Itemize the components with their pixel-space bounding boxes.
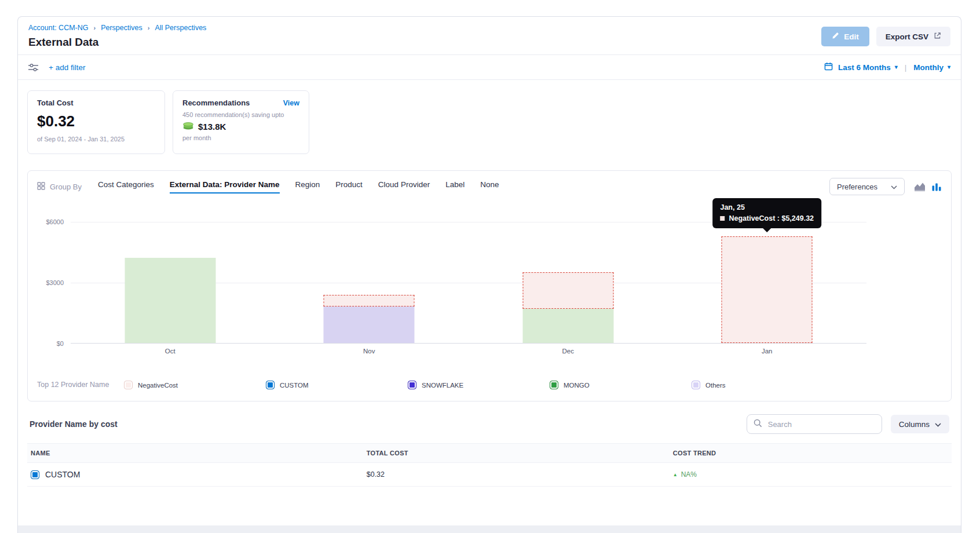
group-by-tab[interactable]: External Data: Provider Name	[170, 180, 280, 194]
bar-segment-mongo[interactable]	[125, 258, 215, 343]
row-name: CUSTOM	[45, 470, 80, 479]
group-by-tab[interactable]: Cloud Provider	[378, 180, 430, 194]
col-header-name: NAME	[31, 450, 367, 457]
legend-item-custom[interactable]: CUSTOM	[266, 381, 408, 389]
legend-item-snowflake[interactable]: SNOWFLAKE	[408, 381, 550, 389]
columns-dropdown-button[interactable]: Columns	[891, 415, 949, 433]
legend-label: Others	[705, 382, 726, 389]
y-axis-tick: $6000	[46, 218, 64, 225]
group-by-row: Group By Cost CategoriesExternal Data: P…	[37, 178, 942, 195]
group-by-tab[interactable]: None	[480, 180, 499, 194]
legend-swatch-icon	[550, 381, 558, 389]
chart-column-jan: JanJan, 25NegativeCost : $5,249.32	[668, 222, 867, 343]
bar-segment-mongo[interactable]	[522, 309, 613, 344]
table-row[interactable]: CUSTOM$0.32▲NA%	[27, 463, 952, 487]
tooltip-text: NegativeCost : $5,249.32	[729, 214, 814, 222]
breadcrumb-separator: ›	[94, 24, 96, 31]
breadcrumb-link[interactable]: Account: CCM-NG	[28, 24, 89, 32]
granularity-label: Monthly	[913, 63, 944, 72]
tooltip-series-swatch	[720, 216, 725, 221]
legend-label: SNOWFLAKE	[422, 382, 463, 389]
y-axis-tick: $3000	[46, 279, 64, 286]
money-stack-icon	[182, 121, 194, 132]
columns-label: Columns	[899, 420, 930, 429]
granularity-dropdown[interactable]: Monthly ▾	[913, 63, 950, 72]
filter-sliders-icon[interactable]	[28, 63, 38, 72]
bar-stack	[722, 236, 813, 343]
legend-item-mongo[interactable]: MONGO	[550, 381, 692, 389]
bar-segment-negativecost[interactable]	[722, 236, 813, 343]
header-actions: Edit Export CSV	[821, 27, 950, 46]
content-area: Total Cost $0.32 of Sep 01, 2024 - Jan 3…	[18, 80, 961, 487]
cost-table-section: Provider Name by cost Columns NAME	[27, 414, 952, 487]
legend-item-negativecost[interactable]: NegativeCost	[124, 381, 266, 389]
breadcrumb-link[interactable]: Perspectives	[101, 24, 142, 32]
add-filter-button[interactable]: + add filter	[49, 63, 85, 72]
preferences-label: Preferences	[837, 182, 877, 191]
chevron-down-icon	[935, 420, 941, 429]
bar-segment-negativecost[interactable]	[324, 295, 415, 306]
filter-bar: + add filter Last 6 Months ▾ | Monthly ▾	[18, 54, 961, 80]
chart-column-dec: Dec	[469, 222, 668, 343]
table-search	[747, 414, 882, 434]
legend-label: CUSTOM	[280, 382, 309, 389]
row-total-cost: $0.32	[367, 470, 673, 479]
breadcrumb-link[interactable]: All Perspectives	[155, 24, 206, 32]
legend-items: NegativeCostCUSTOMSNOWFLAKEMONGOOthers	[124, 381, 833, 389]
bar-segment-others[interactable]	[324, 306, 415, 343]
chevron-down-icon	[891, 182, 897, 191]
x-axis-tick: Dec	[469, 348, 668, 355]
preferences-dropdown[interactable]: Preferences	[829, 178, 905, 195]
breadcrumb-separator: ›	[148, 24, 150, 31]
export-csv-button[interactable]: Export CSV	[876, 27, 950, 46]
export-csv-label: Export CSV	[886, 32, 928, 41]
chart-plot-area: $6000 $3000 $0 OctNovDecJanJan, 25Negati…	[71, 222, 866, 344]
bar-stack	[125, 258, 215, 343]
bar-chart-icon[interactable]	[932, 182, 942, 191]
legend-item-others[interactable]: Others	[692, 381, 833, 389]
row-swatch-icon	[31, 470, 39, 479]
bar-stack	[522, 272, 613, 343]
recommendations-title: Recommendations	[182, 98, 250, 107]
total-cost-title: Total Cost	[37, 98, 155, 107]
page-title: External Data	[28, 36, 950, 49]
group-by-label: Group By	[50, 182, 82, 191]
total-cost-period: of Sep 01, 2024 - Jan 31, 2025	[37, 136, 155, 143]
group-by-tab[interactable]: Label	[445, 180, 465, 194]
recommendations-subtitle: 450 recommendation(s) saving upto	[182, 111, 299, 118]
time-range-dropdown[interactable]: Last 6 Months ▾	[838, 63, 898, 72]
group-by-tab[interactable]: Cost Categories	[98, 180, 154, 194]
recommendations-card: Recommendations View 450 recommendation(…	[173, 90, 309, 154]
view-recommendations-link[interactable]: View	[283, 99, 299, 107]
bar-segment-negativecost[interactable]	[522, 272, 613, 309]
time-controls: Last 6 Months ▾ | Monthly ▾	[824, 62, 950, 72]
group-by-tab[interactable]: Product	[335, 180, 363, 194]
time-range-label: Last 6 Months	[838, 63, 891, 72]
legend-swatch-icon	[124, 381, 133, 389]
breadcrumb: Account: CCM-NG›Perspectives›All Perspec…	[28, 24, 950, 32]
grid-icon	[37, 182, 45, 192]
edit-button[interactable]: Edit	[821, 27, 869, 46]
perspective-page: Account: CCM-NG›Perspectives›All Perspec…	[17, 16, 961, 533]
bottom-scroll-strip	[18, 525, 961, 533]
tooltip-title: Jan, 25	[720, 203, 814, 211]
col-header-total-cost: TOTAL COST	[367, 450, 673, 457]
search-input[interactable]	[767, 419, 875, 429]
savings-suffix: per month	[182, 134, 299, 141]
legend-swatch-icon	[692, 381, 700, 389]
x-axis-tick: Jan	[668, 348, 867, 355]
chart-controls: Preferences	[829, 178, 942, 195]
col-header-cost-trend: COST TREND	[673, 450, 948, 457]
external-link-icon	[934, 32, 941, 41]
legend-label: NegativeCost	[138, 382, 178, 389]
x-axis-tick: Nov	[270, 348, 469, 355]
group-by-label-wrap: Group By	[37, 182, 82, 192]
group-by-tab[interactable]: Region	[295, 180, 320, 194]
table-header-row: NAME TOTAL COST COST TREND	[27, 443, 952, 463]
chart-column-nov: Nov	[270, 222, 469, 343]
bar-stack	[324, 295, 415, 343]
legend-label: MONGO	[564, 382, 590, 389]
table-title: Provider Name by cost	[30, 419, 118, 429]
chart-columns: OctNovDecJanJan, 25NegativeCost : $5,249…	[71, 222, 866, 343]
area-chart-icon[interactable]	[914, 182, 926, 191]
